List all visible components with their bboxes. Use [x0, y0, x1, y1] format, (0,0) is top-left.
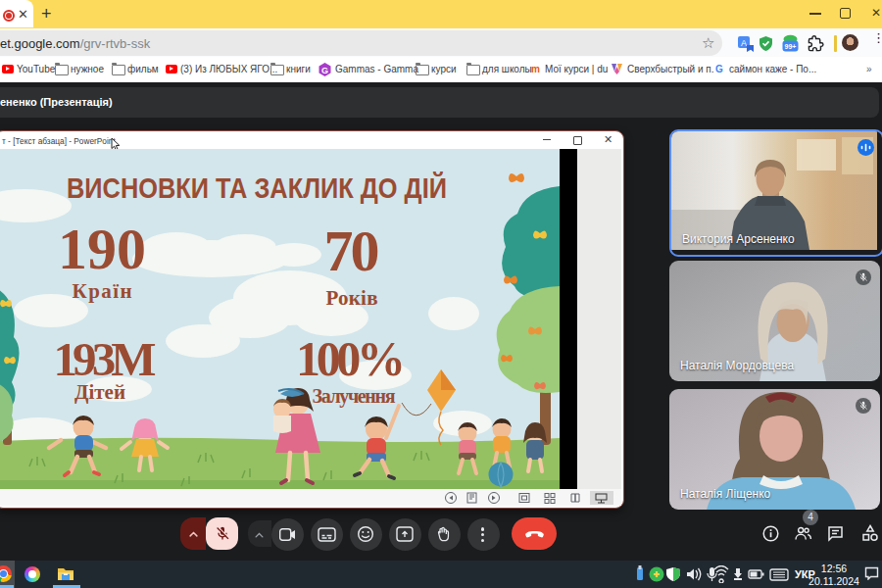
- svg-text:ВИСНОВКИ ТА ЗАКЛИК ДО ДІЙ: ВИСНОВКИ ТА ЗАКЛИК ДО ДІЙ: [67, 172, 447, 204]
- svg-text:Років: Років: [326, 286, 378, 310]
- svg-text:190: 190: [58, 217, 146, 281]
- svg-text:Залучення: Залучення: [313, 385, 396, 408]
- svg-text:193M: 193M: [54, 332, 157, 386]
- svg-text:A: A: [741, 38, 747, 48]
- svg-text:99+: 99+: [785, 43, 797, 50]
- svg-text:Дітей: Дітей: [74, 380, 125, 404]
- svg-text:G: G: [321, 66, 328, 75]
- svg-text:100%: 100%: [296, 331, 406, 386]
- svg-text:Країн: Країн: [73, 279, 132, 303]
- svg-text:70: 70: [324, 219, 380, 283]
